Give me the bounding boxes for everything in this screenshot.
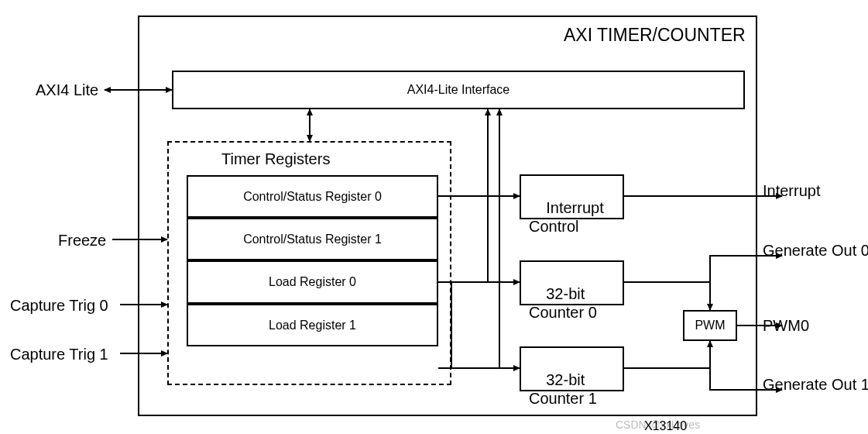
diagram-title: AXI TIMER/COUNTER: [564, 25, 746, 46]
counter1-label: 32-bit Counter 1: [529, 371, 597, 407]
interrupt-control-block: Interrupt Control: [520, 174, 624, 219]
counter0-block: 32-bit Counter 0: [520, 260, 624, 305]
axi-interface-block: AXI4-Lite Interface: [172, 71, 745, 109]
timer-registers-title: Timer Registers: [221, 150, 330, 168]
register-load1: Load Register 1: [187, 304, 438, 346]
port-axi4-lite: AXI4 Lite: [36, 81, 98, 99]
figure-id: X13140: [644, 418, 687, 433]
register-load0-label: Load Register 0: [269, 275, 356, 289]
port-interrupt: Interrupt: [763, 181, 820, 200]
pwm-block: PWM: [683, 310, 737, 341]
port-capture-trig1: Capture Trig 1: [10, 345, 108, 363]
counter1-block: 32-bit Counter 1: [520, 346, 624, 391]
port-pwm0: PWM0: [763, 316, 809, 335]
diagram-stage: AXI TIMER/COUNTER AXI4-Lite Interface Ti…: [0, 0, 868, 434]
register-csr1: Control/Status Register 1: [187, 218, 438, 260]
port-generate-out0: Generate Out 0: [763, 241, 868, 260]
port-capture-trig0: Capture Trig 0: [10, 296, 108, 315]
register-csr1-label: Control/Status Register 1: [243, 232, 382, 246]
register-load1-label: Load Register 1: [269, 319, 356, 332]
counter0-label: 32-bit Counter 0: [529, 285, 597, 321]
port-generate-out1: Generate Out 1: [763, 375, 868, 394]
register-load0: Load Register 0: [187, 260, 438, 304]
pwm-label: PWM: [695, 319, 725, 332]
register-csr0: Control/Status Register 0: [187, 175, 438, 218]
axi-interface-label: AXI4-Lite Interface: [407, 83, 510, 97]
register-csr0-label: Control/Status Register 0: [243, 190, 382, 204]
port-freeze: Freeze: [58, 231, 106, 250]
